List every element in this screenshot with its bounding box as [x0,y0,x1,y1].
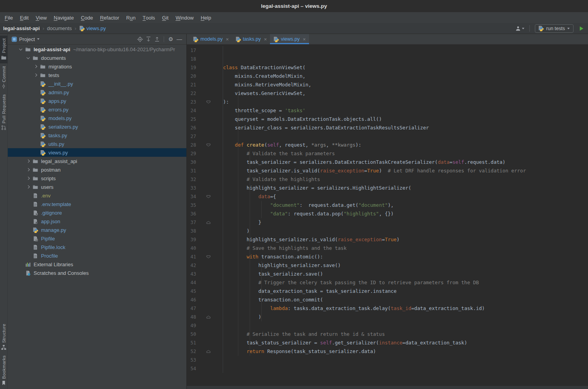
tree-item-documents[interactable]: documents [8,54,186,62]
menu-item-git[interactable]: Git [159,12,172,23]
tree-item-external-libraries[interactable]: External Libraries [8,260,186,269]
menu-item-refactor[interactable]: Refactor [97,12,123,23]
fold-marker-icon[interactable] [205,255,212,258]
line-number: 44 [187,280,196,285]
expand-all-button[interactable] [145,35,152,43]
gutter: 32 [187,175,223,184]
code-line: 33 highlights_serializer = serializers.H… [187,184,588,192]
code-line: 38 ) [187,227,588,235]
tree-item-apps-py[interactable]: apps.py [8,97,186,105]
tree-item-utils-py[interactable]: utils.py [8,140,186,148]
tree-item-legal-assist-api[interactable]: legal-assist-api~/mariano-bkp-ubuntu16.0… [8,45,186,54]
chevron-down-icon[interactable] [37,38,39,40]
fold-marker-icon[interactable] [205,316,212,319]
close-tab-icon[interactable]: × [226,36,229,42]
gutter: 29 [187,149,223,158]
menu-item-file[interactable]: File [1,12,16,23]
fold-marker-icon[interactable] [205,100,212,104]
run-button[interactable] [579,26,584,31]
breadcrumb-item-views-py[interactable]: views.py [79,25,106,31]
line-number: 20 [187,73,196,79]
tool-stripe-project[interactable]: Project [0,36,7,63]
tree-item-errors-py[interactable]: errors.py [8,105,186,114]
menu-item-window[interactable]: Window [172,12,197,23]
tree-item-admin-py[interactable]: admin.py [8,88,186,97]
close-tab-icon[interactable]: × [264,36,267,42]
tree-item-legal-assist-api[interactable]: legal_assist_api [8,157,186,165]
tree-item-env[interactable]: .env [8,191,186,200]
chevron-right-icon[interactable] [34,65,37,68]
chevron-down-icon[interactable] [19,47,22,50]
code-line: 30 task_serializer = serializers.DataExt… [187,158,588,167]
chevron-down-icon[interactable] [27,56,30,59]
menu-item-code[interactable]: Code [77,12,97,23]
code-line: 46 transaction.on_commit( [187,296,588,304]
fold-marker-icon[interactable] [205,221,212,224]
fold-marker-icon[interactable] [205,350,212,353]
tool-stripe-pull-requests[interactable]: Pull Requests [0,91,7,133]
tab-views-py[interactable]: views.py× [270,34,309,44]
project-view-icon [12,37,17,42]
tab-models-py[interactable]: models.py× [189,34,232,44]
run-config-selector[interactable]: run tests [535,24,574,33]
tree-item-manage-py[interactable]: manage.py [8,226,186,234]
user-account-button[interactable] [515,26,524,31]
line-number: 41 [187,254,196,260]
tree-item-label: apps.py [48,98,66,104]
tree-item-users[interactable]: users [8,183,186,191]
tree-item-env-template[interactable]: .env.template [8,200,186,208]
tab-tasks-py[interactable]: tasks.py× [232,34,270,44]
tree-item-views-py[interactable]: views.py [8,148,186,157]
chevron-right-icon[interactable] [27,168,30,171]
tree-item-procfile[interactable]: Procfile [8,251,186,260]
code-line: 40 # Save the highlights and the task [187,244,588,253]
tree-item-pipfile[interactable]: Pipfile [8,234,186,243]
tree-item-tasks-py[interactable]: tasks.py [8,131,186,140]
gutter: 28 [187,141,223,149]
chevron-right-icon[interactable] [34,73,37,77]
tree-item-app-json[interactable]: app.json [8,217,186,226]
breadcrumb-item-legal-assist-api[interactable]: legal-assist-api [3,25,40,31]
fold-marker-icon[interactable] [205,143,212,147]
tree-item-serializers-py[interactable]: serializers.py [8,122,186,131]
gutter: 51 [187,339,223,347]
tool-stripe-structure[interactable]: Structure [0,321,7,352]
tool-stripe-bookmarks[interactable]: Bookmarks [0,353,7,388]
tree-item-models-py[interactable]: models.py [8,114,186,122]
close-tab-icon[interactable]: × [303,36,306,42]
chevron-right-icon[interactable] [27,160,30,163]
tree-item-scripts[interactable]: scripts [8,174,186,183]
status-bar-sliver [187,385,588,389]
tree-item-pipfile-lock[interactable]: Pipfile.lock [8,243,186,251]
toolbar-separator [529,25,530,32]
folder-icon [32,158,38,164]
tree-chevron-col [24,57,32,59]
code-editor[interactable]: 171819class DataExtractionViewSet(20 mix… [187,45,588,385]
gutter: 38 [187,227,223,235]
tree-item-init-py[interactable]: __init__.py [8,79,186,88]
breadcrumb: legal-assist-api›documents›views.py [3,25,106,31]
tree-item-gitignore[interactable]: .gitignore [8,208,186,217]
menu-item-help[interactable]: Help [197,12,215,23]
menu-item-edit[interactable]: Edit [16,12,32,23]
line-number: 18 [187,56,196,62]
tree-item-migrations[interactable]: migrations [8,62,186,71]
menu-item-view[interactable]: View [32,12,50,23]
collapse-all-button[interactable] [153,35,161,43]
fold-marker-icon[interactable] [205,195,212,198]
menu-item-navigate[interactable]: Navigate [50,12,77,23]
tree-item-tests[interactable]: tests [8,71,186,79]
breadcrumb-item-documents[interactable]: documents [47,25,72,31]
tool-stripe-commit[interactable]: Commit [0,63,7,91]
chevron-right-icon[interactable] [27,185,30,188]
locate-button[interactable] [136,35,144,43]
settings-button[interactable]: ⚙ [167,35,175,43]
menu-item-tools[interactable]: Tools [139,12,159,23]
tree-item-scratches-and-consoles[interactable]: Scratches and Consoles [8,269,186,277]
tree-item-label: tasks.py [48,133,67,138]
gutter: 47 [187,304,223,313]
menu-item-run[interactable]: Run [123,12,139,23]
hide-panel-button[interactable]: — [175,35,183,43]
tree-item-postman[interactable]: postman [8,165,186,174]
chevron-right-icon[interactable] [27,177,30,180]
